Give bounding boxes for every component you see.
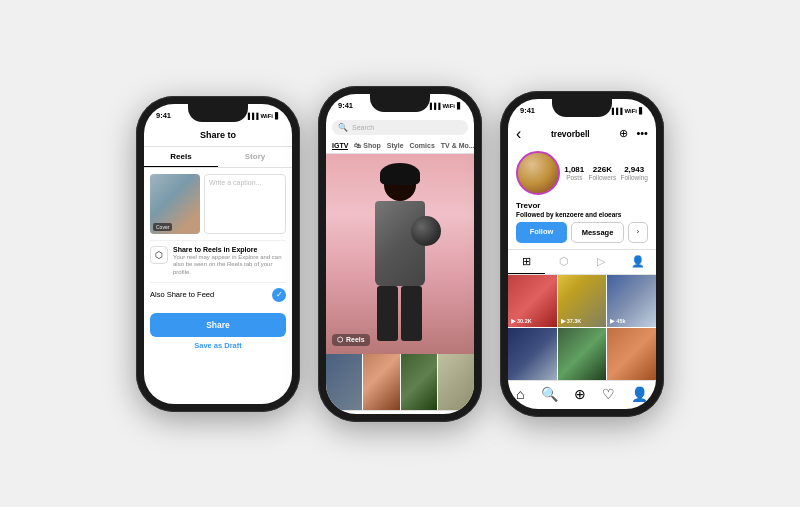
feed-toggle[interactable]: ✓: [272, 288, 286, 302]
tab-reels-profile[interactable]: ⬡: [545, 250, 582, 274]
hair: [380, 163, 420, 185]
status-icons-2: ▐▐▐ WiFi ▋: [428, 102, 462, 109]
followed-by: Followed by kenzoere and eloears: [508, 211, 656, 222]
thumb-3[interactable]: [401, 354, 437, 410]
signal-icon: ▐▐▐: [246, 113, 259, 119]
bottom-nav-3: ⌂ 🔍 ⊕ ♡ 👤: [508, 380, 656, 405]
notch-2: [370, 94, 430, 112]
thumb-2[interactable]: [363, 354, 399, 410]
status-icons-1: ▐▐▐ WiFi ▋: [246, 112, 280, 119]
battery-icon-3: ▋: [639, 107, 644, 114]
person-head: [384, 169, 416, 201]
grid-item-4[interactable]: [508, 328, 557, 380]
reels-title: Share to Reels in Explore: [173, 246, 286, 253]
notch-1: [188, 104, 248, 122]
tab-reels[interactable]: Reels: [144, 147, 218, 167]
posts-count: 1,081: [564, 165, 584, 174]
media-row: Cover Write a caption...: [150, 174, 286, 234]
battery-icon-2: ▋: [457, 102, 462, 109]
reels-description: Your reel may appear in Explore and can …: [173, 254, 286, 277]
wifi-icon-2: WiFi: [442, 103, 455, 109]
tab-tagged[interactable]: 👤: [619, 250, 656, 274]
main-video-reel: ⬡ Reels: [326, 154, 474, 354]
stat-posts: 1,081 Posts: [564, 165, 584, 181]
back-icon[interactable]: ‹: [516, 125, 521, 143]
also-share-feed-row: Also Share to Feed ✓: [150, 282, 286, 307]
tab-igtv-profile[interactable]: ▷: [582, 250, 619, 274]
grid-item-6[interactable]: [607, 328, 656, 380]
username-label: trevorbell: [551, 129, 590, 139]
reels-info: Share to Reels in Explore Your reel may …: [173, 246, 286, 277]
followers-count: 226K: [588, 165, 616, 174]
profile-stats: 1,081 Posts 226K Followers 2,943 Followi…: [508, 147, 656, 199]
bottom-nav-2: ⌂ 🔍 ⊕ ♡ 👤: [326, 410, 474, 414]
view-count-1: ▶ 30.2K: [511, 318, 532, 324]
tab-story[interactable]: Story: [218, 147, 292, 167]
reels-icon-overlay: ⬡: [337, 336, 343, 344]
search-bar[interactable]: 🔍 Search: [332, 120, 468, 135]
reels-overlay-label: ⬡ Reels: [332, 334, 370, 346]
profile-icon-3[interactable]: 👤: [631, 386, 648, 402]
phone-2: 9:41 ▐▐▐ WiFi ▋ 🔍 Search IGTV 🛍 Shop Sty…: [318, 86, 482, 422]
more-icon[interactable]: •••: [636, 127, 648, 140]
time-3: 9:41: [520, 106, 535, 115]
profile-avatar: [516, 151, 560, 195]
save-draft-button[interactable]: Save as Draft: [150, 341, 286, 350]
profile-name: Trevor: [508, 199, 656, 211]
grid-item-2[interactable]: ▶ 37.3K: [558, 275, 607, 327]
nav-shop[interactable]: 🛍 Shop: [354, 142, 380, 150]
reels-thumbnails: [326, 354, 474, 410]
grid-item-3[interactable]: ▶ 45k: [607, 275, 656, 327]
profile-grid: ▶ 30.2K ▶ 37.3K ▶ 45k: [508, 275, 656, 380]
stat-following: 2,943 Following: [620, 165, 647, 181]
follow-button[interactable]: Follow: [516, 222, 567, 243]
home-icon-3[interactable]: ⌂: [516, 386, 524, 402]
nav-tv[interactable]: TV & Mo...: [441, 142, 474, 150]
add-icon-3[interactable]: ⊕: [619, 127, 628, 140]
caption-input[interactable]: Write a caption...: [204, 174, 286, 234]
add-icon-nav-3[interactable]: ⊕: [574, 386, 586, 402]
cover-thumbnail: Cover: [150, 174, 200, 234]
following-count: 2,943: [620, 165, 647, 174]
share-button[interactable]: Share: [150, 313, 286, 337]
status-icons-3: ▐▐▐ WiFi ▋: [610, 107, 644, 114]
person-torso: [375, 201, 425, 286]
phone-3: 9:41 ▐▐▐ WiFi ▋ ‹ trevorbell ⊕ ••• 1,081: [500, 91, 664, 417]
thumb-1[interactable]: [326, 354, 362, 410]
profile-actions: Follow Message ›: [508, 222, 656, 249]
thumb-4[interactable]: [438, 354, 474, 410]
signal-icon-3: ▐▐▐: [610, 108, 623, 114]
grid-item-5[interactable]: [558, 328, 607, 380]
followers-label: Followers: [588, 174, 616, 181]
stat-followers: 226K Followers: [588, 165, 616, 181]
person-legs: [377, 286, 423, 341]
reels-icon: ⬡: [150, 246, 168, 264]
more-options-button[interactable]: ›: [628, 222, 648, 243]
phone-1: 9:41 ▐▐▐ WiFi ▋ Share to Reels Story: [136, 96, 300, 412]
tab-grid[interactable]: ⊞: [508, 250, 545, 274]
following-label: Following: [620, 174, 647, 181]
category-nav: IGTV 🛍 Shop Style Comics TV & Mo...: [326, 139, 474, 154]
share-content: Cover Write a caption... ⬡ Share to Reel…: [144, 168, 292, 356]
time-1: 9:41: [156, 111, 171, 120]
signal-icon-2: ▐▐▐: [428, 103, 441, 109]
cover-label: Cover: [153, 223, 172, 231]
grid-item-1[interactable]: ▶ 30.2K: [508, 275, 557, 327]
nav-style[interactable]: Style: [387, 142, 404, 150]
heart-icon-3[interactable]: ♡: [602, 386, 615, 402]
profile-header-icons: ⊕ •••: [619, 127, 648, 140]
search-icon: 🔍: [338, 123, 348, 132]
view-count-2: ▶ 37.3K: [561, 318, 582, 324]
profile-content-tabs: ⊞ ⬡ ▷ 👤: [508, 249, 656, 275]
nav-comics[interactable]: Comics: [410, 142, 435, 150]
profile-header: ‹ trevorbell ⊕ •••: [508, 121, 656, 147]
tab-bar: Reels Story: [144, 147, 292, 168]
wifi-icon-3: WiFi: [624, 108, 637, 114]
wifi-icon: WiFi: [260, 113, 273, 119]
search-icon-nav-3[interactable]: 🔍: [541, 386, 558, 402]
video-person: [360, 159, 440, 354]
notch-3: [552, 99, 612, 117]
posts-label: Posts: [564, 174, 584, 181]
message-button[interactable]: Message: [571, 222, 624, 243]
nav-igtv[interactable]: IGTV: [332, 142, 348, 150]
